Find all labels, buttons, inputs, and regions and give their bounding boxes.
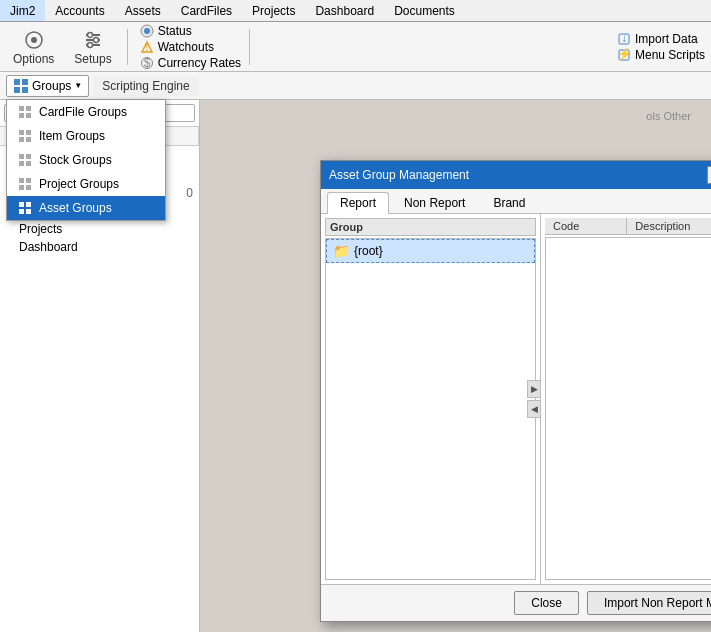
sub-toolbar: Groups ▼ Scripting Engine CardFile Group…: [0, 72, 711, 100]
svg-rect-26: [26, 130, 31, 135]
dashboard-chevron: [6, 242, 16, 253]
menu-documents[interactable]: Documents: [384, 0, 465, 21]
dialog-side-arrows: ▶ ◀: [527, 380, 541, 418]
close-button[interactable]: Close: [514, 591, 579, 615]
currency-rates-label: Currency Rates: [158, 56, 241, 70]
item-groups-label: Item Groups: [39, 129, 105, 143]
dialog-minimize-button[interactable]: ─: [707, 166, 711, 184]
svg-rect-36: [26, 185, 31, 190]
dialog-left-panel: Group 📁 {root} ▶ ◀: [321, 214, 541, 584]
tab-non-report[interactable]: Non Report: [391, 192, 478, 213]
root-label: {root}: [354, 244, 383, 258]
svg-rect-33: [19, 178, 24, 183]
project-groups-icon: [17, 176, 33, 192]
tree-item-projects[interactable]: Projects: [2, 220, 197, 238]
menu-bar: Jim2 Accounts Assets CardFiles Projects …: [0, 0, 711, 22]
scripting-engine-button[interactable]: Scripting Engine: [93, 76, 198, 96]
expand-right-button[interactable]: ▶: [527, 380, 541, 398]
menu-assets[interactable]: Assets: [115, 0, 171, 21]
import-data-button[interactable]: ↓ Import Data: [617, 32, 705, 46]
svg-text:$: $: [143, 56, 150, 70]
svg-rect-23: [19, 113, 24, 118]
menu-jim2[interactable]: Jim2: [0, 0, 45, 21]
asset-groups-item[interactable]: Asset Groups: [7, 196, 165, 220]
setups-label: Setups: [74, 52, 111, 66]
groups-label: Groups: [32, 79, 71, 93]
menu-dashboard[interactable]: Dashboard: [305, 0, 384, 21]
svg-rect-18: [22, 79, 28, 85]
svg-rect-34: [26, 178, 31, 183]
setups-icon: [81, 28, 105, 52]
projects-label: Projects: [19, 222, 193, 236]
groups-dropdown-menu: CardFile Groups Item Groups Stock Groups…: [6, 99, 166, 221]
list1-count: 0: [173, 186, 193, 200]
item-groups-icon: [17, 128, 33, 144]
project-groups-item[interactable]: Project Groups: [7, 172, 165, 196]
stock-groups-item[interactable]: Stock Groups: [7, 148, 165, 172]
dialog-footer: Close Import Non Report Mapping: [321, 584, 711, 621]
asset-groups-icon: [17, 200, 33, 216]
menu-scripts-button[interactable]: ⚡ Menu Scripts: [617, 48, 705, 62]
content-area: ols Other Asset Group Management ─ □ ✕: [200, 100, 711, 632]
description-column-header: Description: [627, 218, 711, 234]
toolbar: Options Setups Status ! Watchouts $ Curr…: [0, 22, 711, 72]
toolbar-separator-1: [127, 29, 128, 65]
code-column-header: Code: [545, 218, 627, 234]
setups-button[interactable]: Setups: [67, 25, 118, 69]
stock-groups-label: Stock Groups: [39, 153, 112, 167]
svg-point-5: [88, 32, 93, 37]
menu-projects[interactable]: Projects: [242, 0, 305, 21]
status-button[interactable]: Status: [140, 24, 241, 38]
dialog-body: Group 📁 {root} ▶ ◀: [321, 214, 711, 584]
svg-rect-39: [19, 209, 24, 214]
tab-report[interactable]: Report: [327, 192, 389, 214]
import-data-label: Import Data: [635, 32, 698, 46]
dialog-tree-root[interactable]: 📁 {root}: [326, 239, 535, 263]
svg-point-6: [94, 37, 99, 42]
cardfile-groups-item[interactable]: CardFile Groups: [7, 100, 165, 124]
menu-cardfiles[interactable]: CardFiles: [171, 0, 242, 21]
svg-rect-30: [26, 154, 31, 159]
svg-rect-29: [19, 154, 24, 159]
watchouts-label: Watchouts: [158, 40, 214, 54]
cardfile-groups-label: CardFile Groups: [39, 105, 127, 119]
menu-accounts[interactable]: Accounts: [45, 0, 114, 21]
watchouts-button[interactable]: ! Watchouts: [140, 40, 241, 54]
menu-scripts-icon: ⚡: [617, 48, 631, 62]
currency-icon: $: [140, 56, 154, 70]
groups-dropdown-button[interactable]: Groups ▼: [6, 75, 89, 97]
dialog-right-panel: Code Description: [541, 214, 711, 584]
menu-scripts-label: Menu Scripts: [635, 48, 705, 62]
currency-rates-button[interactable]: $ Currency Rates: [140, 56, 241, 70]
dialog-title-bar: Asset Group Management ─ □ ✕: [321, 161, 711, 189]
svg-rect-28: [26, 137, 31, 142]
dashboard-label: Dashboard: [19, 240, 193, 254]
item-groups-item[interactable]: Item Groups: [7, 124, 165, 148]
tree-item-dashboard[interactable]: Dashboard: [2, 238, 197, 256]
expand-left-button[interactable]: ◀: [527, 400, 541, 418]
options-button[interactable]: Options: [6, 25, 61, 69]
import-non-report-button[interactable]: Import Non Report Mapping: [587, 591, 711, 615]
projects-chevron: [6, 224, 16, 235]
status-icon: [140, 24, 154, 38]
svg-rect-24: [26, 113, 31, 118]
dropdown-arrow-icon: ▼: [74, 81, 82, 90]
dialog-controls: ─ □ ✕: [707, 166, 711, 184]
stock-groups-icon: [17, 152, 33, 168]
svg-text:!: !: [145, 40, 148, 54]
svg-rect-19: [14, 87, 20, 93]
folder-icon: 📁: [333, 243, 350, 259]
watchouts-icon: !: [140, 40, 154, 54]
asset-group-dialog: Asset Group Management ─ □ ✕ Report Non …: [320, 160, 711, 622]
svg-rect-17: [14, 79, 20, 85]
tools-other-label: ols Other: [646, 110, 691, 122]
project-groups-label: Project Groups: [39, 177, 119, 191]
asset-groups-label: Asset Groups: [39, 201, 112, 215]
toolbar-separator-2: [249, 29, 250, 65]
svg-rect-21: [19, 106, 24, 111]
tab-brand[interactable]: Brand: [480, 192, 538, 213]
svg-point-7: [88, 42, 93, 47]
svg-rect-32: [26, 161, 31, 166]
svg-rect-31: [19, 161, 24, 166]
import-icon: ↓: [617, 32, 631, 46]
